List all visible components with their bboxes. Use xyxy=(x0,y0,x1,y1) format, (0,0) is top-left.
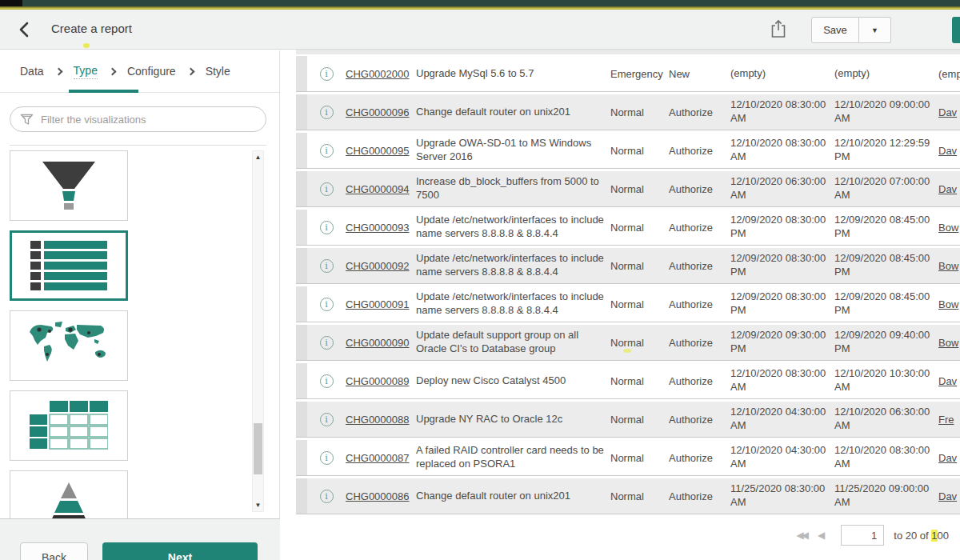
funnel-filter-icon xyxy=(20,114,34,126)
assignee-link[interactable]: Dav xyxy=(938,106,957,118)
info-icon[interactable] xyxy=(320,182,334,196)
assignee-link[interactable]: Bow xyxy=(938,222,958,234)
viz-option-list[interactable] xyxy=(10,230,128,301)
assignee-link[interactable]: Bow xyxy=(938,337,958,349)
report-preview-table: CHG0002000 Upgrade MySql 5.6 to 5.7 Emer… xyxy=(296,50,960,546)
back-button[interactable] xyxy=(14,20,35,41)
edge-action-button[interactable] xyxy=(952,17,960,43)
change-number-link[interactable]: CHG0000087 xyxy=(346,452,410,464)
planned-start: 12/09/2020 09:30:00 PM xyxy=(730,325,834,360)
change-number-link[interactable]: CHG0000091 xyxy=(346,298,410,310)
scroll-up-icon[interactable]: ▲ xyxy=(253,154,263,161)
state: Authorize xyxy=(669,210,730,245)
info-icon[interactable] xyxy=(320,144,334,158)
assignee-link[interactable]: Dav xyxy=(938,145,957,157)
save-button[interactable]: Save xyxy=(811,17,859,43)
top-brand-bar xyxy=(0,0,960,6)
table-row: CHG0000096 Change default router on unix… xyxy=(296,94,960,130)
assignee-link[interactable]: Fre xyxy=(938,414,954,426)
planned-start: (empty) xyxy=(730,56,834,91)
change-number-link[interactable]: CHG0000092 xyxy=(346,260,410,272)
funnel-chart-icon xyxy=(33,160,105,211)
table-row: CHG0002000 Upgrade MySql 5.6 to 5.7 Emer… xyxy=(296,56,960,92)
table-row: CHG0000088 Upgrade NY RAC to Oracle 12c … xyxy=(296,402,960,438)
page-number-input[interactable] xyxy=(841,525,884,546)
assignee-link[interactable]: Dav xyxy=(938,452,957,464)
world-map-icon xyxy=(25,319,113,372)
info-icon[interactable] xyxy=(320,259,334,273)
assignee-link[interactable]: Dav xyxy=(938,375,957,387)
change-number-link[interactable]: CHG0000089 xyxy=(346,375,410,387)
wizard-footer: Back Next xyxy=(0,518,280,560)
short-description: Upgrade NY RAC to Oracle 12c xyxy=(416,402,610,437)
info-icon[interactable] xyxy=(320,67,334,81)
save-menu-button[interactable]: ▼ xyxy=(859,17,891,43)
scroll-down-icon[interactable]: ▼ xyxy=(253,502,263,509)
chevron-right-icon xyxy=(54,67,62,75)
info-icon[interactable] xyxy=(320,221,334,234)
assignee-link[interactable]: Bow xyxy=(938,260,958,272)
table-row: CHG0000087 A failed RAID controller card… xyxy=(296,440,960,476)
priority: Normal xyxy=(610,440,669,475)
state: Authorize xyxy=(669,94,730,130)
wizard-step-data[interactable]: Data xyxy=(20,65,44,78)
info-icon[interactable] xyxy=(320,336,334,350)
planned-start: 12/10/2020 04:30:00 AM xyxy=(730,402,834,437)
change-number-link[interactable]: CHG0000096 xyxy=(346,106,410,118)
change-number-link[interactable]: CHG0000095 xyxy=(346,145,410,157)
wizard-back-button[interactable]: Back xyxy=(20,542,88,560)
wizard-next-button[interactable]: Next xyxy=(102,542,258,560)
planned-end: (empty) xyxy=(834,56,938,91)
planned-end: 12/10/2020 09:00:00 AM xyxy=(834,94,938,130)
change-number-link[interactable]: CHG0000086 xyxy=(346,490,410,502)
share-button[interactable] xyxy=(770,18,787,42)
change-number-link[interactable]: CHG0000093 xyxy=(346,222,410,234)
assignee-link[interactable]: Dav xyxy=(938,490,957,502)
scrollbar-thumb[interactable] xyxy=(254,423,262,474)
planned-end: 12/10/2020 10:30:00 AM xyxy=(834,363,938,398)
viz-option-heatmap[interactable] xyxy=(10,390,128,461)
state: Authorize xyxy=(669,325,730,360)
planned-start: 12/10/2020 04:30:00 AM xyxy=(730,440,834,475)
planned-end: 12/10/2020 12:29:59 PM xyxy=(834,133,938,168)
active-step-indicator xyxy=(69,90,138,93)
first-page-icon[interactable]: ◀◀ xyxy=(797,530,806,541)
viz-option-map[interactable] xyxy=(10,310,128,381)
change-number-link[interactable]: CHG0002000 xyxy=(346,68,410,80)
state: Authorize xyxy=(669,363,730,398)
change-number-link[interactable]: CHG0000090 xyxy=(346,337,410,349)
info-icon[interactable] xyxy=(320,298,334,311)
info-icon[interactable] xyxy=(320,374,334,388)
short-description: A failed RAID controller card needs to b… xyxy=(416,440,610,475)
filter-visualizations-input[interactable] xyxy=(41,114,256,126)
priority: Emergency xyxy=(610,56,669,91)
wizard-step-configure[interactable]: Configure xyxy=(127,65,176,78)
assignee-link[interactable]: Bow xyxy=(938,298,958,310)
info-icon[interactable] xyxy=(320,490,334,503)
info-icon[interactable] xyxy=(320,413,334,426)
change-number-link[interactable]: CHG0000094 xyxy=(346,183,410,195)
info-icon[interactable] xyxy=(320,451,334,465)
chevron-left-icon xyxy=(15,20,34,39)
planned-start: 12/09/2020 08:30:00 PM xyxy=(730,210,834,245)
wizard-step-style[interactable]: Style xyxy=(206,65,230,78)
viz-option-pyramid[interactable] xyxy=(10,470,128,518)
planned-end: 12/09/2020 08:45:00 PM xyxy=(834,286,938,322)
visualization-filter xyxy=(10,106,266,132)
state: New xyxy=(669,56,730,91)
previous-page-icon[interactable]: ◀ xyxy=(818,530,825,541)
state: Authorize xyxy=(669,133,730,168)
assignee-link[interactable]: Dav xyxy=(938,183,957,195)
wizard-breadcrumb: Data Type Configure Style xyxy=(0,50,279,93)
viz-list-scrollbar[interactable]: ▲ ▼ xyxy=(252,150,264,512)
planned-end: 12/10/2020 07:00:00 AM xyxy=(834,171,938,206)
table-row: CHG0000094 Increase db_block_buffers fro… xyxy=(296,171,960,207)
change-number-link[interactable]: CHG0000088 xyxy=(346,414,410,426)
info-icon[interactable] xyxy=(320,106,334,119)
planned-start: 11/25/2020 08:30:00 AM xyxy=(730,478,834,514)
viz-option-funnel[interactable] xyxy=(10,150,128,221)
top-bar-corner xyxy=(0,0,22,6)
wizard-step-type[interactable]: Type xyxy=(74,64,98,79)
priority: Normal xyxy=(610,363,669,398)
planned-start: 12/09/2020 08:30:00 PM xyxy=(730,248,834,283)
